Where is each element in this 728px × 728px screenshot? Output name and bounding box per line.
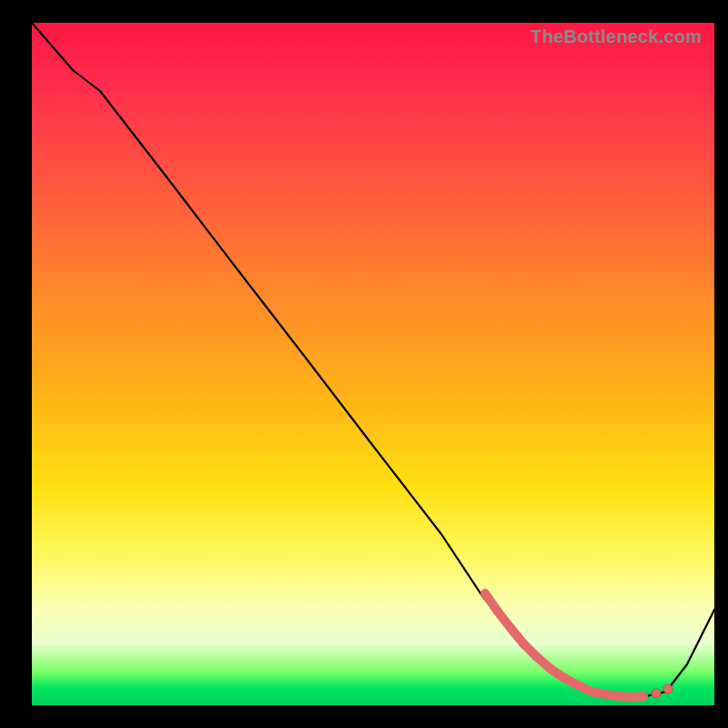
bottleneck-curve [32,23,714,697]
svg-point-12 [652,689,661,698]
plot-area: TheBottleneck.com [32,23,714,705]
chart-frame: TheBottleneck.com [0,0,728,728]
svg-line-11 [632,696,643,697]
curve-layer [32,23,714,705]
optimal-zone-markers [485,593,672,698]
svg-point-13 [663,684,672,693]
